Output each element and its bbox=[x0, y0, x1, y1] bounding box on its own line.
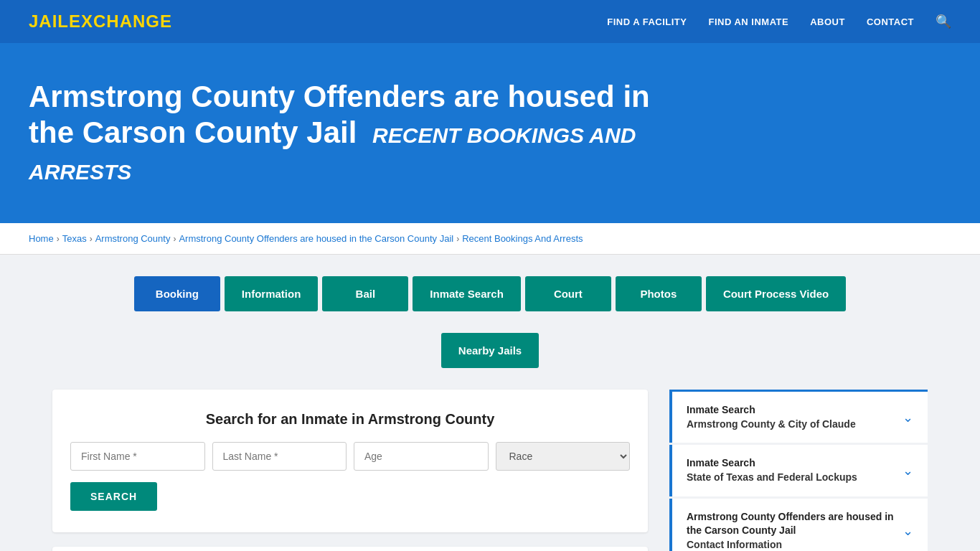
site-logo[interactable]: JAILEXCHANGE bbox=[29, 11, 172, 32]
age-input[interactable] bbox=[354, 442, 489, 471]
sidebar-card-2-title: Inmate Search State of Texas and Federal… bbox=[687, 456, 857, 484]
search-button[interactable]: SEARCH bbox=[70, 482, 157, 511]
chevron-down-icon-3: ⌄ bbox=[903, 523, 913, 539]
breadcrumb-texas[interactable]: Texas bbox=[62, 233, 87, 244]
tab-booking[interactable]: Booking bbox=[134, 276, 220, 311]
breadcrumb-current: Recent Bookings And Arrests bbox=[462, 233, 583, 244]
search-fields: Race White Black Hispanic Asian Other bbox=[70, 442, 630, 471]
tab-court[interactable]: Court bbox=[525, 276, 611, 311]
logo-part2: EXCHANGE bbox=[69, 11, 172, 31]
nav-about[interactable]: ABOUT bbox=[810, 17, 845, 27]
navbar: JAILEXCHANGE FIND A FACILITY FIND AN INM… bbox=[0, 0, 980, 43]
sidebar-card-3-header[interactable]: Armstrong County Offenders are housed in… bbox=[672, 499, 928, 551]
breadcrumb-home[interactable]: Home bbox=[29, 233, 54, 244]
breadcrumb-bar: Home › Texas › Armstrong County › Armstr… bbox=[0, 223, 980, 255]
sidebar-card-2-header[interactable]: Inmate Search State of Texas and Federal… bbox=[672, 445, 928, 496]
sidebar: Inmate Search Armstrong County & City of… bbox=[669, 390, 928, 551]
breadcrumb-armstrong[interactable]: Armstrong County bbox=[95, 233, 171, 244]
chevron-down-icon-2: ⌄ bbox=[903, 463, 913, 479]
breadcrumb: Home › Texas › Armstrong County › Armstr… bbox=[29, 233, 951, 244]
sidebar-card-inmate-search-state: Inmate Search State of Texas and Federal… bbox=[669, 445, 928, 496]
logo-part1: JAIL bbox=[29, 11, 69, 31]
tab-bail[interactable]: Bail bbox=[322, 276, 408, 311]
search-icon[interactable]: 🔍 bbox=[936, 14, 951, 29]
sidebar-card-contact-info: Armstrong County Offenders are housed in… bbox=[669, 499, 928, 551]
content-grid: Search for an Inmate in Armstrong County… bbox=[52, 390, 928, 551]
nav-contact[interactable]: CONTACT bbox=[867, 17, 914, 27]
sidebar-card-3-title: Armstrong County Offenders are housed in… bbox=[687, 510, 895, 551]
chevron-down-icon: ⌄ bbox=[903, 410, 913, 425]
tab-court-process-video[interactable]: Court Process Video bbox=[706, 276, 846, 311]
tabs-row-2: Nearby Jails bbox=[52, 333, 928, 368]
search-heading: Search for an Inmate in Armstrong County bbox=[70, 411, 630, 428]
breadcrumb-sep-4: › bbox=[456, 234, 459, 244]
tab-information[interactable]: Information bbox=[225, 276, 319, 311]
race-select[interactable]: Race White Black Hispanic Asian Other bbox=[496, 442, 631, 471]
first-name-input[interactable] bbox=[70, 442, 205, 471]
breadcrumb-facility[interactable]: Armstrong County Offenders are housed in… bbox=[179, 233, 453, 244]
left-column: Search for an Inmate in Armstrong County… bbox=[52, 390, 648, 551]
main-container: Booking Information Bail Inmate Search C… bbox=[24, 255, 956, 551]
faq-section: Frequently Asked Questions about Armstro… bbox=[52, 547, 648, 551]
tab-photos[interactable]: Photos bbox=[616, 276, 702, 311]
sidebar-card-1-title: Inmate Search Armstrong County & City of… bbox=[687, 403, 856, 431]
breadcrumb-sep-2: › bbox=[90, 234, 93, 244]
sidebar-card-1-header[interactable]: Inmate Search Armstrong County & City of… bbox=[672, 392, 928, 443]
nav-find-facility[interactable]: FIND A FACILITY bbox=[607, 17, 687, 27]
breadcrumb-sep-1: › bbox=[57, 234, 60, 244]
hero-section: Armstrong County Offenders are housed in… bbox=[0, 43, 980, 223]
last-name-input[interactable] bbox=[212, 442, 347, 471]
search-panel: Search for an Inmate in Armstrong County… bbox=[52, 390, 648, 532]
sidebar-card-inmate-search-county: Inmate Search Armstrong County & City of… bbox=[669, 392, 928, 443]
nav-find-inmate[interactable]: FIND AN INMATE bbox=[708, 17, 788, 27]
tabs-row-1: Booking Information Bail Inmate Search C… bbox=[52, 276, 928, 311]
hero-heading: Armstrong County Offenders are housed in… bbox=[29, 79, 674, 187]
nav-links: FIND A FACILITY FIND AN INMATE ABOUT CON… bbox=[607, 14, 951, 29]
tab-nearby-jails[interactable]: Nearby Jails bbox=[441, 333, 539, 368]
breadcrumb-sep-3: › bbox=[173, 234, 176, 244]
tab-inmate-search[interactable]: Inmate Search bbox=[413, 276, 521, 311]
